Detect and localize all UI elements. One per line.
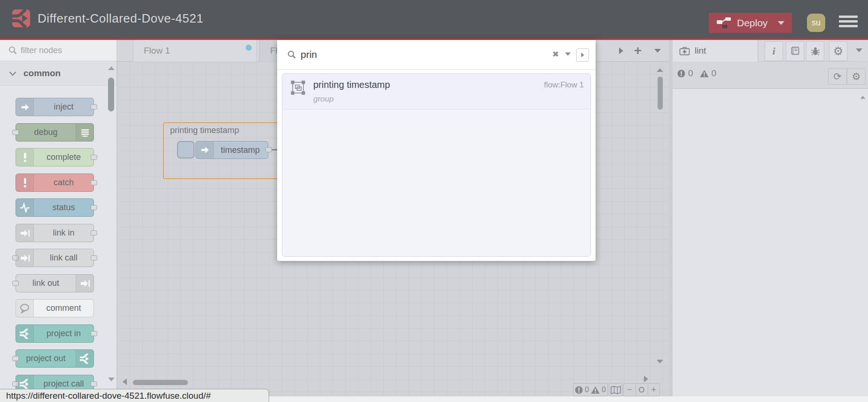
group-icon bbox=[291, 80, 305, 97]
sidebar-info-button[interactable]: i bbox=[765, 41, 783, 61]
node-output-port[interactable] bbox=[265, 147, 272, 152]
instance-title: Different-Collared-Dove-4521 bbox=[38, 11, 203, 26]
palette-node-link-out[interactable]: link out bbox=[16, 274, 94, 292]
palette-node-label: status bbox=[34, 199, 93, 216]
palette-node-link-call[interactable]: link call bbox=[16, 249, 94, 267]
warning-triangle-icon bbox=[591, 386, 600, 394]
palette-node-inject[interactable]: inject bbox=[16, 98, 94, 116]
palette-filter[interactable] bbox=[0, 40, 116, 61]
book-icon bbox=[790, 47, 800, 56]
zoom-reset-icon bbox=[639, 387, 644, 393]
arrow-right-icon bbox=[196, 142, 214, 158]
deploy-options-chevron-icon[interactable] bbox=[778, 21, 784, 25]
palette-node-project-out[interactable]: project out bbox=[16, 349, 94, 368]
list-icon bbox=[76, 124, 93, 141]
palette-scroll-down-icon[interactable] bbox=[108, 378, 115, 381]
lint-settings-button[interactable]: ⚙ bbox=[847, 68, 866, 85]
user-avatar[interactable]: su bbox=[807, 14, 825, 32]
inject-node[interactable]: timestamp bbox=[195, 141, 268, 159]
canvas-error-count: 0 bbox=[585, 386, 589, 394]
tab-scroll-right-button[interactable] bbox=[614, 40, 628, 62]
minimap-toggle-button[interactable] bbox=[609, 383, 622, 396]
canvas-scroll-down-icon[interactable] bbox=[657, 360, 663, 363]
link-icon bbox=[16, 249, 34, 267]
header: Different-Collared-Dove-4521 Deploy su bbox=[0, 0, 868, 40]
search-icon bbox=[287, 50, 296, 59]
zoom-out-button[interactable]: − bbox=[624, 384, 636, 396]
palette-scroll-up-icon[interactable] bbox=[108, 66, 115, 70]
sidebar-tab-lint[interactable]: lint bbox=[673, 40, 758, 62]
link-icon bbox=[16, 224, 34, 242]
palette-node-comment[interactable]: comment bbox=[16, 299, 94, 317]
comment-icon bbox=[16, 300, 34, 317]
unsaved-changes-dot bbox=[246, 45, 252, 51]
palette-node-complete[interactable]: complete bbox=[16, 148, 94, 166]
clear-search-icon[interactable]: ✖ bbox=[552, 49, 559, 59]
canvas-vscrollbar-thumb[interactable] bbox=[658, 77, 663, 110]
palette-category-label: common bbox=[23, 68, 61, 79]
search-result-item[interactable]: printing timestamp flow:Flow 1 group bbox=[282, 74, 590, 110]
search-next-button[interactable] bbox=[576, 48, 589, 62]
browser-link-preview: https://different-collared-dove-4521.flo… bbox=[0, 389, 269, 402]
palette-node-status[interactable]: status bbox=[16, 198, 94, 217]
pulse-icon bbox=[16, 199, 34, 216]
canvas-hscrollbar-thumb[interactable] bbox=[133, 380, 188, 385]
bug-icon bbox=[811, 47, 820, 56]
flow-list-button[interactable] bbox=[651, 40, 665, 62]
canvas-scroll-left-icon[interactable] bbox=[123, 378, 127, 385]
palette-node-label: link call bbox=[34, 249, 93, 267]
lint-error-count: 0 bbox=[688, 68, 693, 79]
chevron-down-icon bbox=[9, 69, 16, 75]
palette-node-project-in[interactable]: project in bbox=[16, 324, 94, 343]
lint-counts: 0 0 bbox=[677, 68, 716, 79]
palette-node-label: comment bbox=[34, 300, 93, 317]
palette-scrollbar-thumb[interactable] bbox=[108, 78, 114, 111]
sidebar-resize-handle[interactable] bbox=[669, 40, 673, 396]
gear-icon: ⚙ bbox=[852, 71, 861, 82]
palette-category-common[interactable]: common bbox=[0, 61, 116, 86]
canvas-scroll-up-icon[interactable] bbox=[657, 68, 663, 72]
search-options-chevron-icon[interactable] bbox=[565, 53, 571, 56]
search-input-row: ✖ bbox=[277, 40, 596, 70]
refresh-icon: ⟳ bbox=[833, 71, 842, 82]
tri-right-icon bbox=[619, 47, 623, 54]
search-icon bbox=[8, 46, 17, 55]
project-icon bbox=[76, 350, 93, 367]
tab-flow-1[interactable]: Flow 1 bbox=[133, 40, 257, 62]
sidebar-more-tabs-button[interactable] bbox=[856, 48, 862, 52]
inject-trigger-button[interactable] bbox=[177, 141, 194, 158]
palette-node-link-in[interactable]: link in bbox=[16, 224, 94, 242]
palette-node-debug[interactable]: debug bbox=[16, 123, 94, 142]
canvas-status-counts: 0 0 bbox=[573, 383, 608, 396]
sidebar-help-button[interactable] bbox=[786, 41, 804, 61]
add-flow-button[interactable]: + bbox=[630, 40, 646, 62]
zoom-reset-button[interactable] bbox=[636, 384, 647, 396]
avatar-initials: su bbox=[812, 18, 821, 28]
main-menu-button[interactable] bbox=[839, 16, 858, 30]
tab-label: Flow 1 bbox=[144, 46, 170, 56]
palette-node-catch[interactable]: catch bbox=[16, 173, 94, 192]
canvas-scroll-right-icon[interactable] bbox=[644, 376, 648, 382]
deploy-button[interactable]: Deploy bbox=[709, 13, 792, 33]
result-type: group bbox=[313, 95, 333, 104]
map-icon bbox=[611, 386, 621, 394]
link-icon bbox=[76, 275, 93, 292]
lint-warning-count: 0 bbox=[712, 68, 717, 79]
medkit-icon bbox=[679, 47, 690, 55]
node-label: timestamp bbox=[213, 142, 268, 158]
arrow-right-icon bbox=[16, 98, 34, 116]
sidebar-config-button[interactable]: ⚙ bbox=[829, 41, 847, 61]
sidebar: lint i ⚙ 0 0 ⟳ ⚙ bbox=[673, 40, 868, 396]
search-input[interactable] bbox=[301, 49, 521, 60]
palette-node-label: complete bbox=[34, 149, 93, 166]
lint-refresh-button[interactable]: ⟳ bbox=[828, 68, 847, 85]
sidebar-debug-button[interactable] bbox=[806, 41, 824, 61]
palette-node-label: debug bbox=[16, 124, 76, 141]
palette-node-label: catch bbox=[34, 174, 93, 191]
group-title: printing timestamp bbox=[170, 126, 239, 135]
palette-filter-input[interactable] bbox=[21, 46, 105, 55]
zoom-in-button[interactable]: + bbox=[648, 384, 659, 396]
lint-scroll-up-icon[interactable] bbox=[860, 96, 865, 99]
error-circle-icon bbox=[575, 386, 583, 394]
sidebar-tab-label: lint bbox=[695, 46, 706, 56]
